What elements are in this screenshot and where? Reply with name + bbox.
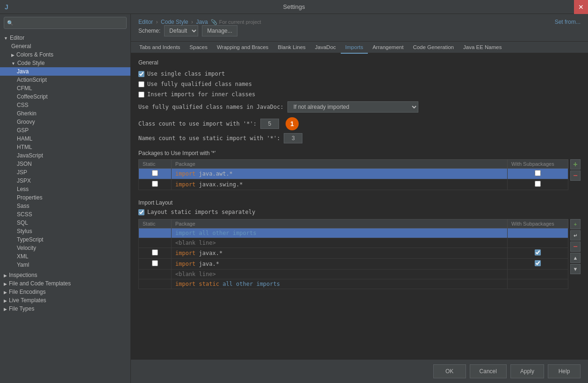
sidebar: 🔍 ▼Editor General ▶Colors & Fonts ▼Code … [0,14,131,383]
content-area: Set from... Editor › Code Style › Java 📎… [131,14,588,383]
checkbox-fully-qualified-label: Use fully qualified class names [147,81,252,87]
names-count-row: Names count to use static import with '*… [138,133,581,143]
tab-code-generation[interactable]: Code Generation [408,42,459,54]
sidebar-item-editor[interactable]: ▼Editor [0,34,130,42]
col-static: Static [139,160,172,169]
sidebar-item-file-code-templates[interactable]: ▶File and Code Templates [0,279,130,288]
layout-row-subpackages-checkbox[interactable] [535,260,541,266]
sidebar-item-code-style[interactable]: ▼Code Style [0,59,130,67]
javadoc-dropdown[interactable]: If not already imported Always Never [287,101,418,113]
scheme-select[interactable]: Default Project [164,25,198,36]
names-count-input[interactable] [284,133,302,143]
import-layout-title: Import Layout [138,199,581,206]
sidebar-item-jspx[interactable]: JSPX [0,177,130,185]
row-static-checkbox[interactable] [152,170,158,176]
remove-package-button[interactable]: − [570,170,581,181]
tabs-row: Tabs and Indents Spaces Wrapping and Bra… [131,42,588,54]
tab-tabs-indents[interactable]: Tabs and Indents [135,42,185,54]
sidebar-item-javascript[interactable]: JavaScript [0,151,130,160]
remove-layout-button[interactable]: − [570,241,581,252]
sidebar-item-haml[interactable]: HAML [0,135,130,143]
sidebar-item-groovy[interactable]: Groovy [0,118,130,126]
search-input[interactable] [15,20,123,26]
table-row[interactable]: import javax.* [139,248,568,259]
sidebar-item-css[interactable]: CSS [0,101,130,109]
row-subpackages-checkbox[interactable] [535,181,541,187]
tab-imports[interactable]: Imports [341,42,368,54]
sidebar-item-velocity[interactable]: Velocity [0,244,130,252]
sidebar-item-actionscript[interactable]: ActionScript [0,76,130,84]
sidebar-item-stylus[interactable]: Stylus [0,227,130,235]
checkbox-single-class-input[interactable] [138,71,144,77]
table-row[interactable]: <blank line> [139,238,568,248]
sidebar-item-general[interactable]: General [0,42,130,50]
sidebar-item-scss[interactable]: SCSS [0,210,130,219]
badge-1: 1 [286,117,299,130]
table-row[interactable]: import javax.swing.* [139,179,568,190]
table-row[interactable]: import static all other imports [139,279,568,289]
tab-wrapping-braces[interactable]: Wrapping and Braces [212,42,273,54]
search-box[interactable]: 🔍 [4,17,127,29]
tab-java-ee-names[interactable]: Java EE Names [459,42,506,54]
sidebar-item-html[interactable]: HTML [0,143,130,151]
layout-row-static-checkbox[interactable] [152,249,158,255]
help-button[interactable]: Help [548,364,581,378]
sidebar-item-live-templates[interactable]: ▶Live Templates [0,296,130,305]
table-row[interactable]: <blank line> [139,270,568,279]
apply-button[interactable]: Apply [510,364,544,378]
sidebar-item-sql[interactable]: SQL [0,219,130,227]
sidebar-item-json[interactable]: JSON [0,160,130,168]
add-layout-button[interactable]: + [570,219,581,229]
move-down-button[interactable]: ▼ [570,264,581,274]
add-package-button[interactable]: + [570,159,581,170]
scheme-label: Scheme: [138,28,160,34]
sidebar-item-xml[interactable]: XML [0,252,130,261]
sidebar-item-less[interactable]: Less [0,185,130,193]
table-row[interactable]: import java.* [139,259,568,270]
layout-row-static-checkbox[interactable] [152,260,158,266]
row-subpackages-checkbox[interactable] [535,170,541,176]
sidebar-item-yaml[interactable]: Yaml [0,261,130,269]
table-row[interactable]: import java.awt.* [139,169,568,179]
checkbox-insert-inner-input[interactable] [138,92,144,98]
sidebar-item-gsp[interactable]: GSP [0,126,130,135]
sidebar-item-coffeescript[interactable]: CoffeeScript [0,92,130,101]
sidebar-item-file-types[interactable]: ▶File Types [0,305,130,313]
tab-spaces[interactable]: Spaces [185,42,212,54]
sidebar-item-typescript[interactable]: TypeScript [0,235,130,244]
tab-arrangement[interactable]: Arrangement [368,42,408,54]
table-row[interactable]: import all other imports [139,228,568,238]
window-title: Settings [283,3,305,10]
set-from-link[interactable]: Set from... [555,19,581,25]
sidebar-item-jsp[interactable]: JSP [0,168,130,177]
breadcrumb: Editor › Code Style › Java 📎 For current… [138,19,261,25]
checkbox-fully-qualified-input[interactable] [138,81,144,87]
row-static-checkbox[interactable] [152,181,158,187]
ok-button[interactable]: OK [433,364,466,378]
sidebar-tree: ▼Editor General ▶Colors & Fonts ▼Code St… [0,32,130,383]
tab-javadoc[interactable]: JavaDoc [310,42,341,54]
layout-in-button[interactable]: ↵ [570,230,581,241]
sidebar-item-gherkin[interactable]: Gherkin [0,109,130,118]
sidebar-item-java[interactable]: Java [0,67,130,76]
tab-blank-lines[interactable]: Blank Lines [273,42,310,54]
sidebar-item-sass[interactable]: Sass [0,202,130,210]
cancel-button[interactable]: Cancel [470,364,507,378]
triangle-icon: ▶ [4,307,7,312]
layout-col-package: Package [172,220,508,228]
class-count-label: Class count to use import with '*': [138,121,257,127]
close-button[interactable]: ✕ [574,0,588,14]
sidebar-item-inspections[interactable]: ▶Inspections [0,271,130,279]
sidebar-item-cfml[interactable]: CFML [0,84,130,92]
layout-row-package: import javax.* [172,248,508,259]
sidebar-item-properties[interactable]: Properties [0,193,130,202]
layout-row-blank: <blank line> [172,238,508,248]
sidebar-item-colors-fonts[interactable]: ▶Colors & Fonts [0,50,130,59]
class-count-input[interactable] [260,119,279,129]
move-up-button[interactable]: ▲ [570,253,581,263]
bottom-bar: OK Cancel Apply Help [131,359,588,383]
sidebar-item-file-encodings[interactable]: ▶File Encodings [0,288,130,296]
layout-row-subpackages-checkbox[interactable] [535,249,541,255]
manage-button[interactable]: Manage... [202,25,237,36]
layout-static-checkbox[interactable] [138,209,144,215]
